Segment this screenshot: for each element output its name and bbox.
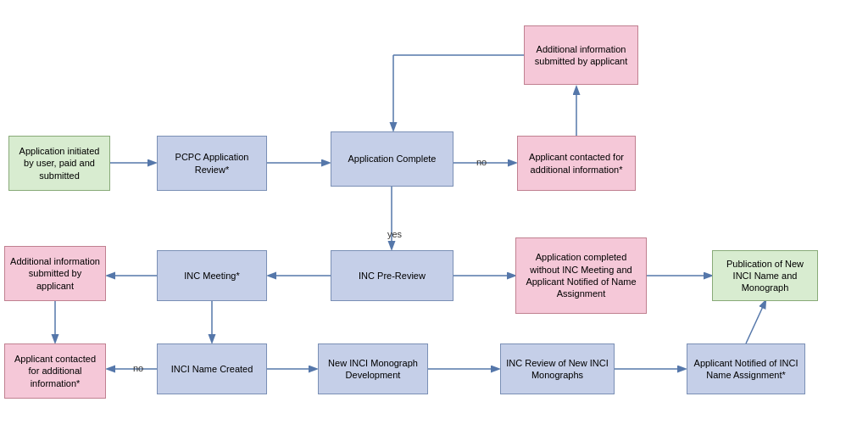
box-b4: Applicant contacted for additional infor… bbox=[517, 136, 636, 191]
box-b6: INC Pre-Review bbox=[331, 250, 453, 301]
box-b8: Application completed without INC Meetin… bbox=[515, 237, 647, 314]
box-b13: New INCI Monograph Development bbox=[318, 343, 428, 394]
label-l1: no bbox=[476, 157, 487, 167]
box-b9: Publication of New INCI Name and Monogra… bbox=[712, 250, 818, 301]
svg-line-17 bbox=[746, 301, 765, 343]
box-b7: INC Meeting* bbox=[157, 250, 267, 301]
box-b10: Additional information submitted by appl… bbox=[4, 246, 106, 301]
box-b14: INC Review of New INCI Monographs bbox=[500, 343, 615, 394]
box-b11: Applicant contacted for additional infor… bbox=[4, 343, 106, 399]
box-b12: INCI Name Created bbox=[157, 343, 267, 394]
label-l3: no bbox=[133, 363, 143, 373]
diagram: Application initiated by user, paid and … bbox=[0, 0, 868, 430]
box-b5: Additional information submitted by appl… bbox=[524, 25, 638, 85]
label-l2: yes bbox=[387, 229, 402, 239]
box-b3: Application Complete bbox=[331, 131, 453, 187]
box-b1: Application initiated by user, paid and … bbox=[8, 136, 110, 191]
box-b2: PCPC Application Review* bbox=[157, 136, 267, 191]
box-b15: Applicant Notified of INCI Name Assignme… bbox=[687, 343, 805, 394]
